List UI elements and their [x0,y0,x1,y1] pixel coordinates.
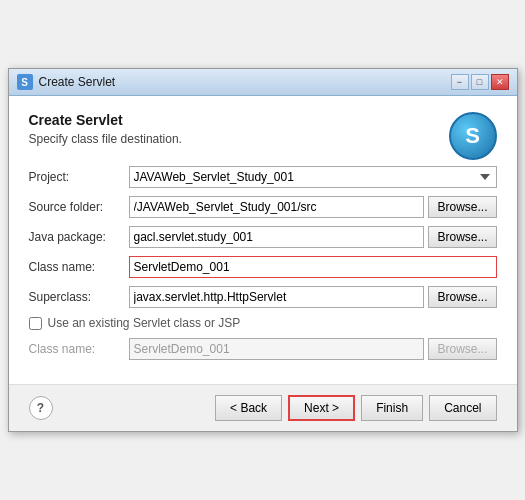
finish-button[interactable]: Finish [361,395,423,421]
help-button[interactable]: ? [29,396,53,420]
class-name2-input[interactable] [129,338,425,360]
class-name-label: Class name: [29,260,129,274]
next-button[interactable]: Next > [288,395,355,421]
java-package-row: Java package: Browse... [29,226,497,248]
class-name-input[interactable] [129,256,497,278]
checkbox-row: Use an existing Servlet class or JSP [29,316,497,330]
form-area: Project: JAVAWeb_Servlet_Study_001 Sourc… [29,166,497,360]
existing-servlet-checkbox[interactable] [29,317,42,330]
minimize-button[interactable]: − [451,74,469,90]
header-row: Create Servlet Specify class file destin… [29,112,497,162]
class-name2-browse-button[interactable]: Browse... [428,338,496,360]
servlet-logo: S [449,112,497,160]
class-name2-row: Class name: Browse... [29,338,497,360]
title-bar-left: S Create Servlet [17,74,116,90]
source-folder-input[interactable] [129,196,425,218]
superclass-input-area: Browse... [129,286,497,308]
java-package-browse-button[interactable]: Browse... [428,226,496,248]
class-name2-label: Class name: [29,342,129,356]
source-folder-input-area: Browse... [129,196,497,218]
superclass-browse-button[interactable]: Browse... [428,286,496,308]
project-label: Project: [29,170,129,184]
source-folder-browse-button[interactable]: Browse... [428,196,496,218]
footer-buttons: < Back Next > Finish Cancel [215,395,496,421]
java-package-label: Java package: [29,230,129,244]
class-name-row: Class name: [29,256,497,278]
java-package-input[interactable] [129,226,425,248]
title-bar: S Create Servlet − □ ✕ [9,69,517,96]
dialog-footer: ? < Back Next > Finish Cancel [9,384,517,431]
source-folder-row: Source folder: Browse... [29,196,497,218]
class-name-input-area [129,256,497,278]
existing-servlet-label: Use an existing Servlet class or JSP [48,316,241,330]
footer-left: ? [29,396,53,420]
cancel-button[interactable]: Cancel [429,395,496,421]
window-title: Create Servlet [39,75,116,89]
header-text: Create Servlet Specify class file destin… [29,112,182,162]
dialog-content: Create Servlet Specify class file destin… [9,96,517,384]
dialog-title: Create Servlet [29,112,182,128]
project-row: Project: JAVAWeb_Servlet_Study_001 [29,166,497,188]
superclass-label: Superclass: [29,290,129,304]
window-icon: S [17,74,33,90]
java-package-input-area: Browse... [129,226,497,248]
dialog-subtitle: Specify class file destination. [29,132,182,146]
class-name2-input-area: Browse... [129,338,497,360]
maximize-button[interactable]: □ [471,74,489,90]
superclass-input[interactable] [129,286,425,308]
dialog-window: S Create Servlet − □ ✕ Create Servlet Sp… [8,68,518,432]
project-select[interactable]: JAVAWeb_Servlet_Study_001 [129,166,497,188]
superclass-row: Superclass: Browse... [29,286,497,308]
back-button[interactable]: < Back [215,395,282,421]
close-button[interactable]: ✕ [491,74,509,90]
window-controls: − □ ✕ [451,74,509,90]
source-folder-label: Source folder: [29,200,129,214]
project-input-area: JAVAWeb_Servlet_Study_001 [129,166,497,188]
